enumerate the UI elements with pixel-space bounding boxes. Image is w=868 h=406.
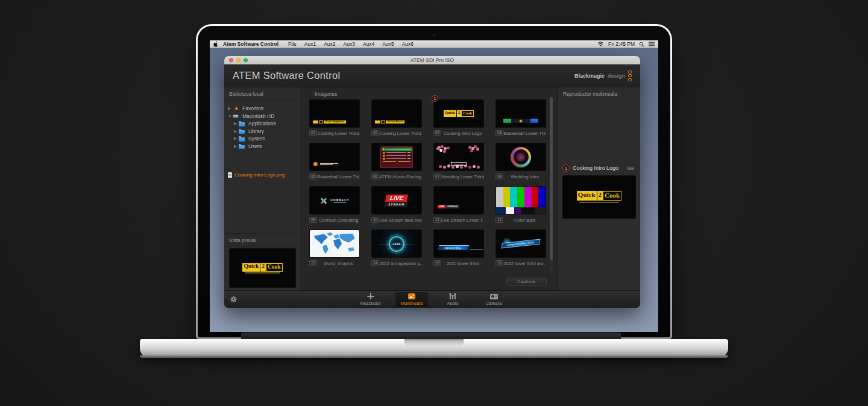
media-pool-title: Imágenes — [301, 87, 558, 100]
chevron-right-icon[interactable] — [234, 144, 239, 149]
chevron-right-icon[interactable] — [234, 136, 239, 141]
media-tile-16[interactable]: COUNTDOWN 2020 162022 lower third aro... — [495, 230, 546, 266]
tab-audio[interactable]: Audio — [436, 292, 469, 307]
lower-third-text: BANJIN WILL — [445, 247, 462, 249]
media-tile-09[interactable]: CONNECT 09Connect Consulting — [309, 186, 360, 223]
app-header: ATEM Software Control Blackmagicdesign — [224, 64, 640, 87]
media-index: 03 — [433, 130, 441, 136]
tree-item-label: Macintosh HD — [242, 113, 274, 119]
divider-dots: · · · — [224, 166, 301, 170]
media-tile-13[interactable]: 13World_Graphic — [309, 230, 360, 266]
preview-image: Quick2Cook — [229, 248, 296, 288]
media-index: 11 — [433, 217, 441, 223]
library-panel-title: Biblioteca local — [224, 87, 301, 101]
tree-item-label: Library — [248, 128, 264, 134]
zoom-button[interactable] — [244, 58, 248, 62]
media-tile-08[interactable]: 08Wedding Intro — [495, 143, 546, 180]
media-index: 09 — [309, 217, 317, 223]
settings-gear-button[interactable] — [230, 296, 237, 303]
apple-menu[interactable] — [213, 41, 218, 47]
laptop-base — [140, 339, 728, 358]
chevron-right-icon[interactable] — [234, 129, 239, 134]
media-tile-06[interactable]: 06ATEM-Horse-Racing-... — [371, 143, 422, 180]
laptop-frame: Atem Software Control File Aux1 Aux2 Aux… — [196, 24, 672, 339]
media-tile-07[interactable]: 07Wedding Lower Third — [433, 143, 484, 180]
menu-aux1[interactable]: Aux1 — [304, 41, 316, 47]
media-index: 06 — [371, 173, 379, 180]
spotlight-icon[interactable] — [639, 42, 644, 47]
window-title-bar[interactable]: ATEM SDI Pro ISO — [224, 56, 640, 64]
logo-part: Quick — [444, 110, 456, 116]
sidebar-item-applications[interactable]: Applications — [224, 120, 301, 128]
tab-label: Mezclador — [360, 301, 382, 306]
camera-icon — [490, 294, 498, 299]
brand-secondary: design — [608, 73, 625, 79]
logo-part: Quick — [577, 191, 597, 201]
preview-title: Vista previa — [224, 234, 301, 247]
player-on-air-badge: 1 — [562, 164, 570, 172]
logo-part: Cook — [603, 191, 621, 201]
menu-file[interactable]: File — [288, 41, 297, 47]
capture-button[interactable]: Capturar — [506, 278, 547, 286]
media-tile-10[interactable]: LIVESTREAM 10Live Stream take over — [371, 186, 422, 223]
chevron-down-icon[interactable] — [228, 114, 233, 118]
media-name: ATEM-Horse-Racing-... — [379, 174, 422, 180]
drive-icon — [233, 114, 239, 118]
menu-clock[interactable]: Fri 2:45 PM — [608, 41, 635, 47]
media-index: 13 — [309, 260, 317, 266]
app-window: ATEM SDI Pro ISO ATEM Software Control B… — [224, 56, 640, 308]
media-tile-02[interactable]: Kitchen Basics 02Cooking Lower Third... — [371, 99, 422, 136]
notification-center-icon[interactable] — [649, 42, 655, 46]
logo-part: Cook — [266, 263, 283, 272]
ring-year-text: 2020 — [392, 242, 400, 246]
tab-camara[interactable]: Cámara — [477, 292, 510, 307]
menu-aux4[interactable]: Aux4 — [363, 41, 374, 47]
media-tile-12[interactable]: 12Color Bars — [495, 186, 546, 223]
laptop-bezel: Atem Software Control File Aux1 Aux2 Aux… — [198, 26, 670, 337]
media-tile-03[interactable]: 1 Quick2Cook 03Cooking Intro Logo — [433, 99, 484, 136]
media-tile-04[interactable]: 04Basketball Lower Thi... — [495, 99, 546, 136]
live-banner-text: LIVE — [385, 195, 408, 202]
tab-mezclador[interactable]: Mezclador — [354, 292, 387, 307]
close-button[interactable] — [229, 58, 233, 62]
sidebar-item-system[interactable]: System — [224, 135, 301, 143]
connect-logo-text: CONNECT — [330, 198, 350, 202]
media-name: Cooking Intro Logo — [441, 131, 484, 136]
player-clip-row: 1 Cooking Intro Logo — [562, 163, 636, 173]
media-tile-05[interactable]: 05Basketball Lower Thi... — [309, 143, 360, 180]
sidebar-item-library[interactable]: Library — [224, 128, 301, 136]
live-chip-text: LIVE — [438, 205, 445, 208]
media-index: 15 — [433, 260, 441, 266]
menu-aux2[interactable]: Aux2 — [324, 41, 335, 47]
webcam — [433, 34, 436, 37]
minimize-button[interactable] — [236, 58, 241, 62]
chevron-right-icon[interactable] — [234, 121, 239, 126]
menu-app-name[interactable]: Atem Software Control — [223, 41, 278, 47]
media-index: 10 — [371, 217, 379, 223]
media-tile-14[interactable]: 2020 142022 armageddon g... — [371, 230, 422, 266]
sidebar-item-macintosh-hd[interactable]: Macintosh HD — [224, 113, 301, 120]
media-grid: Prawn Spaghettini 01Cooking Lower Third.… — [309, 99, 546, 266]
wifi-icon[interactable] — [597, 42, 604, 47]
scrollbar-thumb[interactable] — [550, 97, 553, 260]
tab-multimedia[interactable]: Multimedia — [395, 292, 428, 307]
media-tile-11[interactable]: LIVESTREAM 11Live Stream Lower T... — [433, 186, 484, 223]
media-index: 05 — [309, 173, 317, 180]
stream-chip-text: STREAM — [445, 205, 459, 208]
media-tile-15[interactable]: BANJIN WILL 152022 lower third — [433, 230, 484, 266]
media-tile-01[interactable]: Prawn Spaghettini 01Cooking Lower Third.… — [309, 99, 360, 136]
player-options-button[interactable] — [626, 165, 636, 171]
tree-item-label: System — [248, 136, 265, 142]
media-name: 2022 lower third — [441, 261, 484, 266]
chevron-right-icon[interactable] — [228, 106, 233, 111]
star-icon: ★ — [233, 106, 240, 111]
media-index: 01 — [309, 130, 317, 136]
menu-aux5[interactable]: Aux5 — [382, 41, 394, 47]
menu-aux6[interactable]: Aux6 — [402, 41, 414, 47]
sidebar-item-favoritos[interactable]: ★ Favoritos — [224, 105, 301, 113]
scrollbar[interactable] — [550, 96, 553, 273]
menu-aux3[interactable]: Aux3 — [344, 41, 355, 47]
local-library-panel: Biblioteca local ★ Favoritos Macintosh H… — [224, 87, 301, 290]
sidebar-item-users[interactable]: Users — [224, 143, 301, 151]
selected-file[interactable]: Cooking Intro Logo.png — [224, 170, 301, 180]
